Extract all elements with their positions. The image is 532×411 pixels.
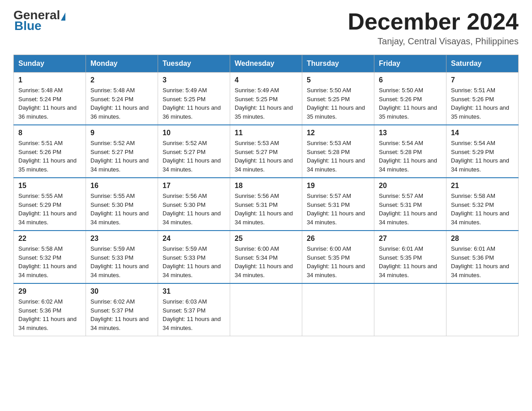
sunrise-label: Sunrise: 5:55 AM [90,193,135,199]
daylight-label: Daylight: 11 hours and 34 minutes. [451,157,509,173]
sunrise-label: Sunrise: 5:56 AM [235,193,279,199]
day-number: 11 [235,129,297,137]
sunset-label: Sunset: 5:35 PM [307,254,350,261]
sunrise-label: Sunrise: 6:00 AM [307,245,351,252]
daylight-label: Daylight: 11 hours and 34 minutes. [90,263,149,278]
daylight-label: Daylight: 11 hours and 34 minutes. [379,157,437,173]
daylight-label: Daylight: 11 hours and 34 minutes. [163,210,221,226]
location-subtitle: Tanjay, Central Visayas, Philippines [348,36,519,47]
sunset-label: Sunset: 5:27 PM [235,149,278,155]
daylight-label: Daylight: 11 hours and 34 minutes. [379,263,437,278]
calendar-week-row: 1 Sunrise: 5:48 AM Sunset: 5:24 PM Dayli… [14,73,519,125]
calendar-cell: 10 Sunrise: 5:52 AM Sunset: 5:27 PM Dayl… [158,125,230,178]
column-header-saturday: Saturday [446,55,519,73]
day-number: 13 [379,129,442,137]
daylight-label: Daylight: 11 hours and 36 minutes. [163,104,221,120]
sunset-label: Sunset: 5:31 PM [307,201,350,208]
column-header-sunday: Sunday [14,55,86,73]
daylight-label: Daylight: 11 hours and 34 minutes. [18,210,77,226]
calendar-cell: 16 Sunrise: 5:55 AM Sunset: 5:30 PM Dayl… [86,178,158,231]
sunrise-label: Sunrise: 5:51 AM [451,87,495,94]
calendar-cell [374,283,446,336]
day-info: Sunrise: 5:57 AM Sunset: 5:31 PM Dayligh… [379,192,442,227]
sunset-label: Sunset: 5:28 PM [379,149,422,155]
day-info: Sunrise: 5:56 AM Sunset: 5:31 PM Dayligh… [235,192,297,227]
day-info: Sunrise: 5:48 AM Sunset: 5:24 PM Dayligh… [90,86,153,121]
sunrise-label: Sunrise: 6:02 AM [90,298,135,305]
sunrise-label: Sunrise: 5:54 AM [451,140,495,146]
day-info: Sunrise: 6:01 AM Sunset: 5:36 PM Dayligh… [451,244,514,279]
sunrise-label: Sunrise: 5:59 AM [163,245,207,252]
sunset-label: Sunset: 5:31 PM [379,201,422,208]
day-info: Sunrise: 5:58 AM Sunset: 5:32 PM Dayligh… [18,244,81,279]
sunrise-label: Sunrise: 5:57 AM [307,193,351,199]
daylight-label: Daylight: 11 hours and 34 minutes. [90,157,149,173]
calendar-cell: 15 Sunrise: 5:55 AM Sunset: 5:29 PM Dayl… [14,178,86,231]
sunrise-label: Sunrise: 5:49 AM [163,87,207,94]
day-number: 22 [18,235,81,243]
day-number: 23 [90,235,153,243]
day-info: Sunrise: 5:54 AM Sunset: 5:28 PM Dayligh… [379,139,442,174]
sunrise-label: Sunrise: 5:58 AM [18,245,63,252]
day-number: 29 [18,287,81,295]
sunset-label: Sunset: 5:32 PM [451,201,494,208]
calendar-cell: 4 Sunrise: 5:49 AM Sunset: 5:25 PM Dayli… [230,73,302,125]
day-number: 4 [235,76,297,84]
calendar-cell: 25 Sunrise: 6:00 AM Sunset: 5:34 PM Dayl… [230,231,302,283]
day-info: Sunrise: 5:51 AM Sunset: 5:26 PM Dayligh… [18,139,81,174]
daylight-label: Daylight: 11 hours and 36 minutes. [18,104,77,120]
calendar-cell: 7 Sunrise: 5:51 AM Sunset: 5:26 PM Dayli… [446,73,519,125]
sunset-label: Sunset: 5:29 PM [18,201,61,208]
sunrise-label: Sunrise: 5:58 AM [451,193,495,199]
day-info: Sunrise: 5:59 AM Sunset: 5:33 PM Dayligh… [163,244,225,279]
day-number: 2 [90,76,153,84]
day-info: Sunrise: 5:49 AM Sunset: 5:25 PM Dayligh… [163,86,225,121]
daylight-label: Daylight: 11 hours and 34 minutes. [235,157,293,173]
calendar-cell: 29 Sunrise: 6:02 AM Sunset: 5:36 PM Dayl… [14,283,86,336]
calendar-cell [446,283,519,336]
calendar-table: SundayMondayTuesdayWednesdayThursdayFrid… [13,55,519,336]
day-info: Sunrise: 5:58 AM Sunset: 5:32 PM Dayligh… [451,192,514,227]
day-number: 3 [163,76,225,84]
calendar-cell: 2 Sunrise: 5:48 AM Sunset: 5:24 PM Dayli… [86,73,158,125]
calendar-cell: 20 Sunrise: 5:57 AM Sunset: 5:31 PM Dayl… [374,178,446,231]
calendar-week-row: 22 Sunrise: 5:58 AM Sunset: 5:32 PM Dayl… [14,231,519,283]
calendar-cell: 27 Sunrise: 6:01 AM Sunset: 5:35 PM Dayl… [374,231,446,283]
sunrise-label: Sunrise: 5:56 AM [163,193,207,199]
sunset-label: Sunset: 5:31 PM [235,201,278,208]
calendar-cell: 31 Sunrise: 6:03 AM Sunset: 5:37 PM Dayl… [158,283,230,336]
calendar-cell: 3 Sunrise: 5:49 AM Sunset: 5:25 PM Dayli… [158,73,230,125]
sunrise-label: Sunrise: 5:48 AM [90,87,135,94]
sunset-label: Sunset: 5:33 PM [90,254,133,261]
logo: General Blue [13,9,66,33]
daylight-label: Daylight: 11 hours and 34 minutes. [163,316,221,331]
day-info: Sunrise: 5:57 AM Sunset: 5:31 PM Dayligh… [307,192,369,227]
sunrise-label: Sunrise: 5:51 AM [18,140,63,146]
sunset-label: Sunset: 5:26 PM [18,149,61,155]
day-info: Sunrise: 5:53 AM Sunset: 5:27 PM Dayligh… [235,139,297,174]
calendar-cell: 19 Sunrise: 5:57 AM Sunset: 5:31 PM Dayl… [302,178,374,231]
calendar-cell: 1 Sunrise: 5:48 AM Sunset: 5:24 PM Dayli… [14,73,86,125]
daylight-label: Daylight: 11 hours and 35 minutes. [235,104,293,120]
daylight-label: Daylight: 11 hours and 34 minutes. [307,263,365,278]
calendar-cell: 13 Sunrise: 5:54 AM Sunset: 5:28 PM Dayl… [374,125,446,178]
page-header: General Blue December 2024 Tanjay, Centr… [13,9,519,47]
day-number: 15 [18,182,81,190]
sunset-label: Sunset: 5:36 PM [18,307,61,314]
sunrise-label: Sunrise: 5:50 AM [307,87,351,94]
calendar-cell: 30 Sunrise: 6:02 AM Sunset: 5:37 PM Dayl… [86,283,158,336]
sunset-label: Sunset: 5:37 PM [163,307,206,314]
day-info: Sunrise: 5:52 AM Sunset: 5:27 PM Dayligh… [90,139,153,174]
calendar-cell: 5 Sunrise: 5:50 AM Sunset: 5:25 PM Dayli… [302,73,374,125]
day-info: Sunrise: 6:00 AM Sunset: 5:35 PM Dayligh… [307,244,369,279]
sunrise-label: Sunrise: 5:49 AM [235,87,279,94]
sunset-label: Sunset: 5:37 PM [90,307,133,314]
day-number: 1 [18,76,81,84]
calendar-cell: 11 Sunrise: 5:53 AM Sunset: 5:27 PM Dayl… [230,125,302,178]
calendar-cell: 22 Sunrise: 5:58 AM Sunset: 5:32 PM Dayl… [14,231,86,283]
daylight-label: Daylight: 11 hours and 34 minutes. [307,210,365,226]
sunrise-label: Sunrise: 6:03 AM [163,298,207,305]
daylight-label: Daylight: 11 hours and 34 minutes. [18,316,77,331]
day-number: 19 [307,182,369,190]
day-number: 7 [451,76,514,84]
